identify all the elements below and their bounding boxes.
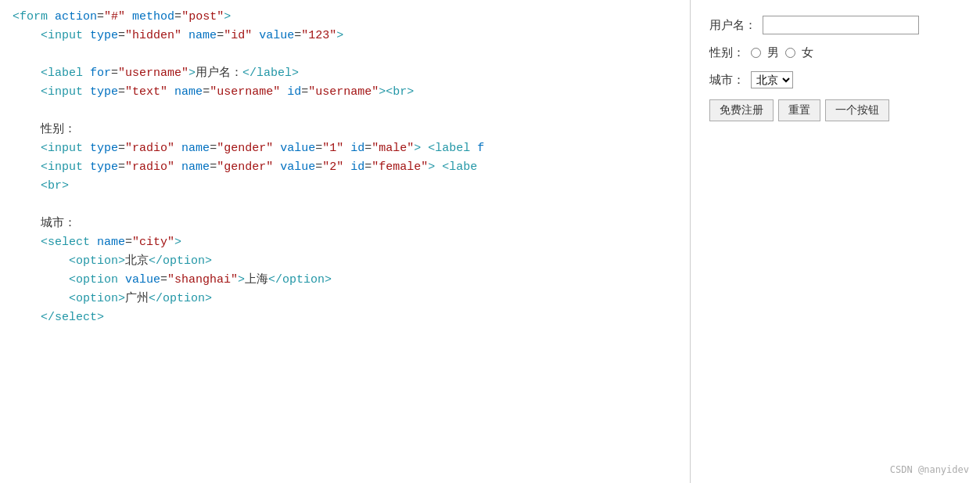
watermark: CSDN @nanyidev	[890, 464, 969, 475]
code-line	[13, 196, 677, 214]
username-input[interactable]	[763, 16, 919, 34]
code-panel: <form action="#" method="post"> <input t…	[0, 0, 691, 483]
button-group: 免费注册 重置 一个按钮	[709, 99, 961, 121]
gender-label: 性别：	[709, 45, 745, 60]
username-label: 用户名：	[709, 18, 756, 33]
code-line: <option value="shanghai">上海</option>	[13, 271, 677, 290]
one-button[interactable]: 一个按钮	[825, 99, 889, 121]
city-select[interactable]: 北京上海广州	[751, 71, 793, 88]
city-row: 城市： 北京上海广州	[709, 71, 961, 88]
code-line: <input type="radio" name="gender" value=…	[13, 139, 677, 158]
username-row: 用户名：	[709, 16, 961, 34]
code-line	[13, 102, 677, 121]
preview-panel: 用户名： 性别： 男 女 城市： 北京上海广州 免费注册 重置 一个按钮 CSD…	[691, 0, 980, 483]
code-line: <br>	[13, 177, 677, 196]
code-line: <form action="#" method="post">	[13, 8, 677, 27]
gender-radio-group: 男 女	[751, 45, 813, 60]
male-label: 男	[767, 45, 779, 60]
female-label: 女	[802, 45, 813, 60]
code-line: <input type="radio" name="gender" value=…	[13, 158, 677, 177]
code-line: <option>北京</option>	[13, 252, 677, 271]
code-line: </select>	[13, 308, 677, 327]
code-line: <input type="text" name="username" id="u…	[13, 83, 677, 102]
code-line: 性别：	[13, 121, 677, 139]
code-line: <input type="hidden" name="id" value="12…	[13, 27, 677, 45]
code-line: <option>广州</option>	[13, 290, 677, 308]
code-line: <label for="username">用户名：</label>	[13, 64, 677, 83]
register-button[interactable]: 免费注册	[709, 99, 774, 121]
reset-button[interactable]: 重置	[778, 99, 820, 121]
code-line: 城市：	[13, 214, 677, 233]
gender-row: 性别： 男 女	[709, 45, 961, 60]
code-line: <select name="city">	[13, 233, 677, 252]
code-line	[13, 45, 677, 64]
city-label: 城市：	[709, 73, 745, 88]
male-radio[interactable]	[751, 48, 761, 58]
female-radio[interactable]	[785, 48, 795, 58]
